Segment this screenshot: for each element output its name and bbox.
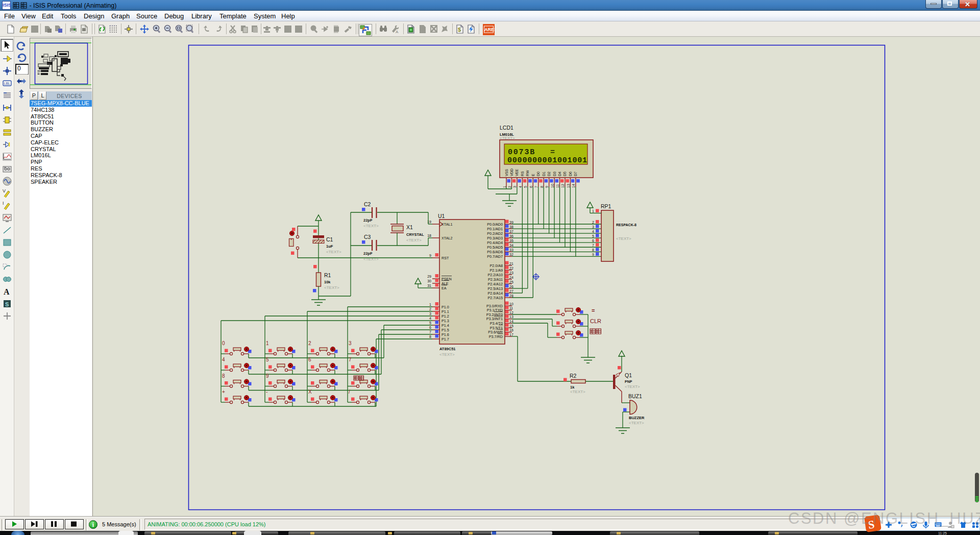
svg-text:/: /	[349, 389, 350, 395]
svg-text:23: 23	[509, 271, 513, 275]
svg-text:1: 1	[266, 341, 269, 346]
svg-text:10k: 10k	[324, 280, 331, 284]
svg-text:P1.5: P1.5	[442, 328, 449, 332]
svg-text:RW: RW	[526, 170, 529, 176]
svg-text:P2.5/A13: P2.5/A13	[487, 286, 503, 291]
svg-text:D7: D7	[574, 172, 577, 176]
svg-text:0073B: 0073B	[508, 148, 535, 157]
svg-text:E: E	[531, 174, 535, 176]
svg-text:7: 7	[349, 357, 352, 362]
svg-text:<TEXT>: <TEXT>	[363, 224, 379, 228]
svg-text:C3: C3	[364, 234, 371, 240]
svg-text:P1.0: P1.0	[442, 305, 449, 309]
svg-text:2: 2	[429, 307, 431, 311]
svg-text:3: 3	[349, 341, 352, 346]
svg-text:P0.3/AD3: P0.3/AD3	[487, 236, 503, 240]
svg-text:0: 0	[222, 341, 225, 346]
svg-text:-: -	[266, 389, 267, 395]
svg-text:=: =	[550, 148, 555, 157]
svg-text:35: 35	[509, 239, 513, 242]
svg-text:RP1: RP1	[601, 203, 611, 209]
svg-text:10: 10	[509, 302, 513, 306]
svg-text:P1.7: P1.7	[442, 337, 449, 342]
svg-text:6: 6	[592, 239, 594, 242]
svg-text:30: 30	[427, 279, 431, 283]
svg-text:C1: C1	[326, 236, 333, 242]
svg-text:22pF: 22pF	[363, 251, 373, 256]
svg-text:D3: D3	[553, 172, 556, 176]
svg-text:D1: D1	[542, 172, 546, 176]
svg-text:P2.3/A11: P2.3/A11	[488, 277, 503, 282]
svg-text:<TEXT>: <TEXT>	[629, 421, 644, 425]
svg-text:VEE: VEE	[515, 169, 519, 176]
svg-text:P1.2: P1.2	[442, 314, 449, 319]
svg-text:9: 9	[592, 253, 594, 256]
svg-text:P2.6/A14: P2.6/A14	[487, 291, 503, 296]
svg-text:<TEXT>: <TEXT>	[324, 285, 339, 290]
svg-text:RS: RS	[521, 171, 524, 176]
svg-text:VSS: VSS	[505, 169, 508, 176]
svg-text:RST: RST	[442, 256, 449, 260]
svg-text:1: 1	[429, 303, 431, 306]
svg-text:<TEXT>: <TEXT>	[570, 390, 585, 394]
svg-text:P1.4: P1.4	[442, 323, 449, 328]
svg-text:P0.1/AD1: P0.1/AD1	[487, 227, 503, 231]
svg-text:38: 38	[509, 225, 513, 229]
svg-text:36: 36	[509, 234, 513, 238]
svg-text:XTAL1: XTAL1	[442, 222, 452, 227]
svg-text:1k: 1k	[570, 385, 575, 390]
svg-text:1: 1	[592, 209, 594, 213]
svg-text:P0.5/AD5: P0.5/AD5	[487, 245, 503, 250]
svg-text:2: 2	[592, 221, 594, 224]
svg-text:PNP: PNP	[625, 380, 632, 383]
svg-text:P0.2/AD2: P0.2/AD2	[487, 231, 503, 236]
svg-text:18: 18	[427, 234, 431, 237]
svg-text:=: =	[592, 307, 595, 313]
svg-text:15: 15	[509, 324, 513, 328]
svg-text:X1: X1	[406, 224, 413, 230]
svg-text:U1: U1	[438, 213, 445, 219]
svg-text:+: +	[222, 389, 225, 395]
svg-text:5: 5	[266, 357, 269, 362]
svg-text:8: 8	[222, 373, 225, 379]
svg-text:24: 24	[509, 276, 513, 279]
svg-text:4: 4	[429, 317, 431, 320]
svg-text:P2.1/A9: P2.1/A9	[489, 268, 503, 273]
svg-text:Q1: Q1	[625, 372, 632, 378]
svg-text:28: 28	[509, 294, 513, 298]
svg-text:BUZZER: BUZZER	[629, 416, 645, 420]
svg-text:CRYSTAL: CRYSTAL	[406, 232, 424, 237]
svg-text:3: 3	[513, 186, 517, 188]
svg-text:7: 7	[429, 330, 431, 334]
svg-text:D2: D2	[547, 172, 551, 176]
svg-text:11: 11	[509, 306, 513, 310]
svg-text:4: 4	[222, 357, 225, 362]
svg-text:LBL: LBL	[4, 82, 11, 85]
svg-text:A: A	[4, 287, 10, 296]
svg-text:1uF: 1uF	[326, 244, 333, 249]
svg-text:1: 1	[503, 186, 506, 188]
svg-text:39: 39	[509, 221, 513, 224]
svg-text:P0.0/AD0: P0.0/AD0	[487, 222, 503, 227]
svg-text:P2.4/A12: P2.4/A12	[487, 282, 503, 286]
svg-text:V: V	[3, 188, 6, 193]
svg-text:<TEXT>: <TEXT>	[406, 238, 422, 242]
svg-text:12: 12	[509, 311, 513, 314]
svg-text:BUZ1: BUZ1	[628, 393, 642, 399]
svg-text:$: $	[458, 27, 461, 33]
svg-text:R2: R2	[570, 373, 577, 379]
svg-text:<TEXT>: <TEXT>	[616, 236, 631, 241]
svg-text:P1.6: P1.6	[442, 332, 449, 337]
svg-text:X: X	[308, 389, 312, 395]
svg-text:3: 3	[429, 312, 431, 315]
svg-text:14: 14	[572, 184, 575, 188]
svg-text:22: 22	[509, 266, 513, 270]
svg-text:29: 29	[427, 275, 431, 278]
svg-text:0000000001001001: 0000000001001001	[507, 156, 587, 165]
svg-text:LCD1: LCD1	[500, 125, 513, 131]
svg-text:8: 8	[592, 248, 594, 252]
svg-text:34: 34	[509, 244, 513, 247]
svg-text:P2.0/A8: P2.0/A8	[489, 263, 503, 268]
svg-text:CLR: CLR	[590, 318, 601, 324]
svg-text:17: 17	[509, 333, 513, 336]
